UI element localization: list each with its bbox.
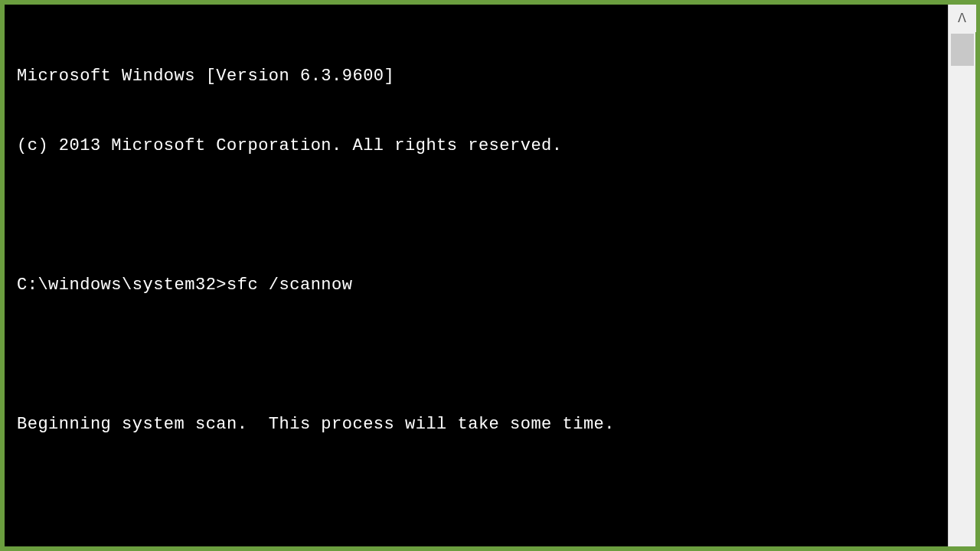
terminal-line: Microsoft Windows [Version 6.3.9600] bbox=[17, 65, 936, 88]
chevron-up-icon: ᐱ bbox=[958, 11, 966, 26]
terminal-blank bbox=[17, 483, 936, 506]
terminal-blank bbox=[17, 204, 936, 227]
terminal-line: (c) 2013 Microsoft Corporation. All righ… bbox=[17, 135, 936, 158]
terminal-line: Beginning system scan. This process will… bbox=[17, 413, 936, 436]
vertical-scrollbar[interactable]: ᐱ bbox=[948, 5, 975, 546]
scroll-thumb[interactable] bbox=[951, 34, 974, 66]
command-prompt-window: Microsoft Windows [Version 6.3.9600] (c)… bbox=[5, 5, 975, 546]
terminal-line: C:\windows\system32>sfc /scannow bbox=[17, 274, 936, 297]
scroll-up-button[interactable]: ᐱ bbox=[949, 5, 976, 32]
terminal-output[interactable]: Microsoft Windows [Version 6.3.9600] (c)… bbox=[5, 5, 948, 546]
terminal-blank bbox=[17, 344, 936, 367]
